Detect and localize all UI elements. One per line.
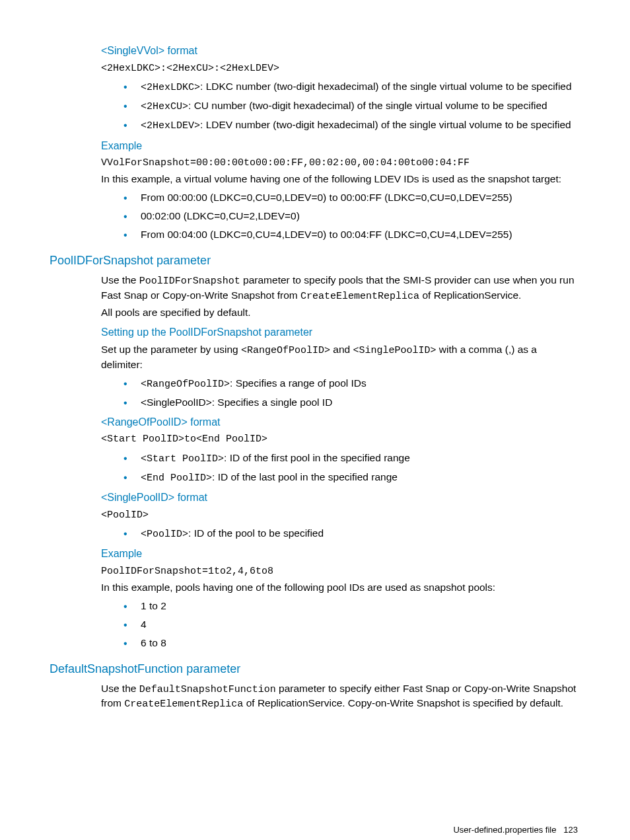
page-number: 123 xyxy=(563,825,578,835)
text: : ID of the pool to be specified xyxy=(188,527,324,539)
list-item: 1 to 2 xyxy=(123,599,580,613)
heading-poolidforsnapshot: PoolIDForSnapshot parameter xyxy=(50,252,580,268)
code-singlevvol-format: <2HexLDKC>:<2HexCU>:<2HexLDEV> xyxy=(101,62,580,75)
code-inline: <Start PoolID> xyxy=(141,453,224,465)
code-example-poolid: PoolIDForSnapshot=1to2,4,6to8 xyxy=(101,565,580,578)
list-item: 4 xyxy=(123,618,580,632)
page-footer: User-defined.properties file 123 xyxy=(50,824,580,836)
list-item: 6 to 8 xyxy=(123,636,580,650)
text: : Specifies a range of pool IDs xyxy=(230,377,367,389)
list-item: <2HexLDKC>: LDKC number (two-digit hexad… xyxy=(123,80,580,95)
text: : LDKC number (two-digit hexadecimal) of… xyxy=(200,81,572,92)
list-example-poolid: 1 to 2 4 6 to 8 xyxy=(50,599,580,650)
code-example-vvol: VVolForSnapshot=00:00:00to00:00:FF,00:02… xyxy=(101,157,580,170)
code-inline: DefaultSnapshotFunction xyxy=(139,684,276,695)
list-singlevvol-fields: <2HexLDKC>: LDKC number (two-digit hexad… xyxy=(50,80,580,134)
list-item: <SinglePoolID>: Specifies a single pool … xyxy=(123,396,580,410)
paragraph: All pools are specified by default. xyxy=(101,306,580,320)
list-example-vvol: From 00:00:00 (LDKC=0,CU=0,LDEV=0) to 00… xyxy=(50,191,580,242)
text: : ID of the first pool in the specified … xyxy=(224,452,410,463)
list-item: 00:02:00 (LDKC=0,CU=2,LDEV=0) xyxy=(123,210,580,223)
text: Set up the parameter by using xyxy=(101,344,241,355)
code-inline: <RangeOfPoolID> xyxy=(241,345,330,356)
code-inline: CreateElementReplica xyxy=(300,291,419,302)
code-inline: <2HexLDKC> xyxy=(141,82,200,93)
text: : CU number (two-digit hexadecimal) of t… xyxy=(188,100,547,111)
list-item: <End PoolID>: ID of the last pool in the… xyxy=(123,471,580,485)
heading-example-vvol: Example xyxy=(101,139,580,153)
text: of ReplicationService. Copy-on-Write Sna… xyxy=(243,697,563,708)
list-rangeofpoolid: <Start PoolID>: ID of the first pool in … xyxy=(50,451,580,486)
list-item: From 00:00:00 (LDKC=0,CU=0,LDEV=0) to 00… xyxy=(123,191,580,205)
heading-setting-up-poolid: Setting up the PoolIDForSnapshot paramet… xyxy=(101,325,580,340)
list-item: <2HexLDEV>: LDEV number (two-digit hexad… xyxy=(123,118,580,133)
heading-singlevvol-format: <SingleVVol> format xyxy=(101,44,580,58)
paragraph: Set up the parameter by using <RangeOfPo… xyxy=(101,343,580,371)
text: : LDEV number (two-digit hexadecimal) of… xyxy=(200,119,571,130)
text: and xyxy=(330,344,353,355)
paragraph: Use the DefaultSnapshotFunction paramete… xyxy=(101,682,580,712)
code-inline: <SinglePoolID> xyxy=(353,345,436,356)
text: of ReplicationService. xyxy=(419,289,521,301)
list-item: <RangeOfPoolID>: Specifies a range of po… xyxy=(123,377,580,391)
text: Use the xyxy=(101,683,139,694)
code-inline: <PoolID> xyxy=(141,529,188,540)
text: Use the xyxy=(101,274,139,286)
code-inline: <RangeOfPoolID> xyxy=(141,379,230,390)
paragraph: In this example, a virtual volume having… xyxy=(101,172,580,186)
heading-singlepoolid-format: <SinglePoolID> format xyxy=(101,490,580,505)
code-inline: CreateElementReplica xyxy=(124,699,243,710)
list-item: <PoolID>: ID of the pool to be specified xyxy=(123,527,580,541)
code-inline: <2HexLDEV> xyxy=(141,120,200,132)
code-inline: <2HexCU> xyxy=(141,101,188,112)
list-item: <Start PoolID>: ID of the first pool in … xyxy=(123,451,580,466)
code-singlepoolid: <PoolID> xyxy=(101,509,580,522)
list-singlepoolid: <PoolID>: ID of the pool to be specified xyxy=(50,527,580,541)
list-poolid-setup: <RangeOfPoolID>: Specifies a range of po… xyxy=(50,377,580,410)
code-rangeofpoolid: <Start PoolID>to<End PoolID> xyxy=(101,433,580,446)
code-inline: PoolIDForSnapshot xyxy=(139,276,240,287)
paragraph: In this example, pools having one of the… xyxy=(101,581,580,595)
heading-rangeofpoolid-format: <RangeOfPoolID> format xyxy=(101,415,580,430)
text: : ID of the last pool in the specified r… xyxy=(212,471,398,482)
heading-defaultsnapshotfunction: DefaultSnapshotFunction parameter xyxy=(50,661,580,677)
footer-section-label: User-defined.properties file xyxy=(453,825,556,835)
heading-example-poolid: Example xyxy=(101,547,580,561)
list-item: From 00:04:00 (LDKC=0,CU=4,LDEV=0) to 00… xyxy=(123,228,580,242)
code-inline: <End PoolID> xyxy=(141,473,212,484)
paragraph: Use the PoolIDForSnapshot parameter to s… xyxy=(101,274,580,303)
list-item: <2HexCU>: CU number (two-digit hexadecim… xyxy=(123,99,580,114)
